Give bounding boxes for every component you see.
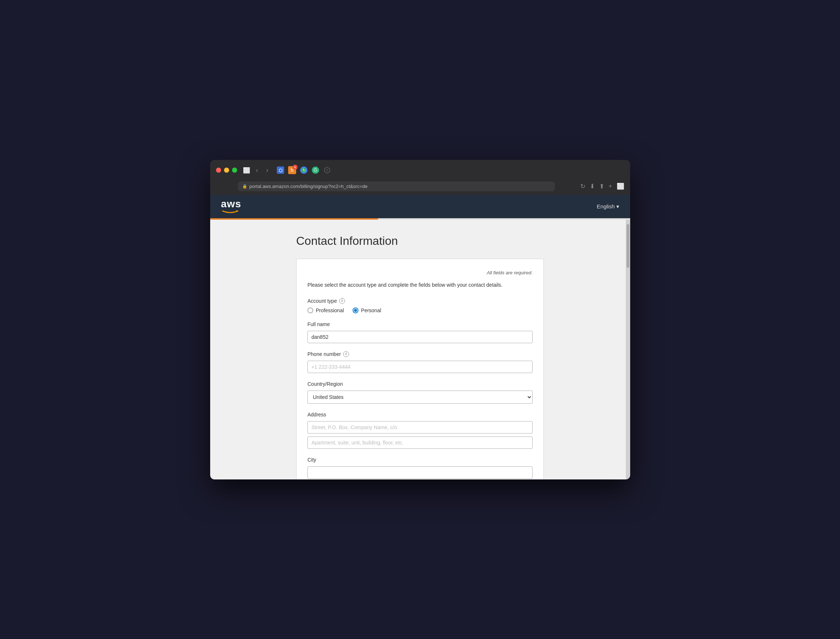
aws-header: aws English ▾ [210, 195, 630, 218]
new-tab-icon[interactable]: + [609, 183, 612, 190]
phone-input[interactable] [307, 361, 533, 373]
account-type-info-icon[interactable]: i [339, 298, 345, 304]
forward-button[interactable]: › [264, 165, 271, 176]
ext-icon-5[interactable] [323, 166, 331, 174]
language-label: English [597, 203, 615, 210]
full-name-group: Full name [307, 321, 533, 343]
ext-icon-1[interactable]: ⬡ [276, 166, 284, 174]
browser-window: ⬜ ‹ › ⬡ h 4 [210, 160, 630, 479]
maximize-button[interactable] [232, 168, 237, 173]
radio-group: Professional Personal [307, 307, 533, 313]
back-button[interactable]: ‹ [254, 165, 260, 176]
required-note: All fields are required. [307, 270, 533, 275]
ext-icon-4[interactable]: G [311, 166, 319, 174]
svg-text:↻: ↻ [302, 168, 305, 172]
account-type-group: Account type i Professional Personal [307, 298, 533, 313]
city-group: City [307, 457, 533, 479]
phone-info-icon[interactable]: i [343, 351, 349, 357]
language-arrow-icon: ▾ [616, 203, 619, 210]
reload-icon[interactable]: ↻ [580, 183, 585, 190]
page-content: aws English ▾ Contact Information All fi… [210, 195, 630, 479]
scrollbar-thumb[interactable] [627, 224, 629, 268]
professional-option[interactable]: Professional [307, 307, 344, 313]
form-card: All fields are required. Please select t… [296, 259, 544, 479]
personal-label: Personal [361, 307, 381, 313]
sidebar-toggle-icon[interactable]: ⬜ [243, 167, 250, 174]
download-icon[interactable]: ⬇ [590, 183, 595, 190]
personal-radio[interactable] [353, 307, 359, 313]
scrollbar[interactable] [626, 220, 630, 479]
country-group: Country/Region United States United King… [307, 381, 533, 404]
main-area: Contact Information All fields are requi… [210, 220, 630, 479]
content-wrapper: Contact Information All fields are requi… [296, 234, 544, 479]
aws-logo-text: aws [221, 199, 241, 209]
browser-chrome: ⬜ ‹ › ⬡ h 4 [210, 160, 630, 195]
browser-actions: ↻ ⬇ ⬆ + ⬜ [580, 183, 624, 190]
intro-text: Please select the account type and compl… [307, 282, 533, 288]
address-bar-row: 🔒 portal.aws.amazon.com/billing/signup?n… [210, 179, 630, 195]
address-bar[interactable]: 🔒 portal.aws.amazon.com/billing/signup?n… [238, 181, 555, 191]
url-text: portal.aws.amazon.com/billing/signup?nc2… [249, 184, 368, 189]
address-group: Address [307, 412, 533, 449]
titlebar-left: ⬜ ‹ › [216, 165, 271, 176]
country-label: Country/Region [307, 381, 533, 387]
city-input[interactable] [307, 466, 533, 479]
titlebar: ⬜ ‹ › ⬡ h 4 [210, 160, 630, 179]
address-line2-input[interactable] [307, 436, 533, 449]
country-select[interactable]: United States United Kingdom Canada Germ… [307, 391, 533, 404]
address-label: Address [307, 412, 533, 418]
traffic-lights [216, 168, 237, 173]
minimize-button[interactable] [224, 168, 229, 173]
address-line1-input[interactable] [307, 421, 533, 434]
lock-icon: 🔒 [242, 184, 247, 189]
badge: 4 [292, 165, 298, 170]
professional-radio[interactable] [307, 307, 313, 313]
tabs-icon[interactable]: ⬜ [617, 183, 624, 190]
share-icon[interactable]: ⬆ [599, 183, 604, 190]
ext-icon-3[interactable]: ↻ [300, 166, 308, 174]
account-type-label: Account type i [307, 298, 533, 304]
page-title: Contact Information [296, 234, 544, 248]
full-name-input[interactable] [307, 331, 533, 343]
svg-text:⬡: ⬡ [279, 168, 283, 173]
svg-text:G: G [314, 168, 317, 173]
city-label: City [307, 457, 533, 463]
personal-option[interactable]: Personal [353, 307, 381, 313]
full-name-label: Full name [307, 321, 533, 327]
phone-label: Phone number i [307, 351, 533, 357]
ext-icon-2[interactable]: h 4 [288, 166, 296, 174]
aws-logo: aws [221, 199, 241, 214]
close-button[interactable] [216, 168, 221, 173]
extension-icons: ⬡ h 4 ↻ [276, 166, 331, 174]
aws-smile-icon [221, 209, 239, 214]
phone-group: Phone number i [307, 351, 533, 373]
professional-label: Professional [316, 307, 344, 313]
language-selector[interactable]: English ▾ [597, 203, 619, 210]
